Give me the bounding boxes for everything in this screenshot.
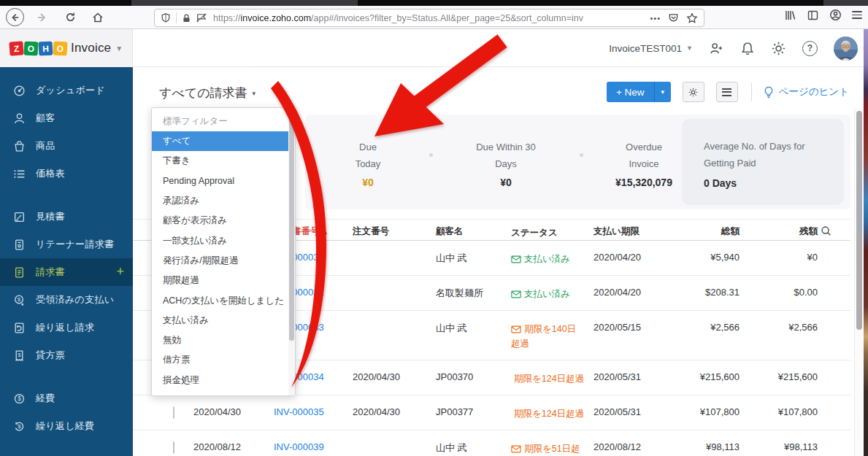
dropdown-scrollbar-thumb[interactable] <box>289 110 294 341</box>
envelope-icon <box>511 255 521 263</box>
stat-card: Due Within 30Days ¥0 <box>431 115 581 209</box>
col-header-customer[interactable]: 顧客名 <box>436 220 511 238</box>
url-bar[interactable]: https://invoice.zoho.com/app#/invoices?f… <box>154 9 704 27</box>
pocket-icon[interactable] <box>668 12 679 23</box>
view-toggle-button[interactable] <box>716 82 738 102</box>
filter-caret-icon[interactable]: ▾ <box>253 90 256 97</box>
row-checkbox[interactable] <box>173 441 174 454</box>
sidebar-item[interactable]: $ 受領済みの支払い <box>0 286 133 314</box>
sidebar-item[interactable]: $ 経費 <box>0 384 133 412</box>
sidebar-item[interactable]: 商品 <box>0 132 133 160</box>
url-more-icon[interactable]: ••• <box>650 14 661 23</box>
cell-due-date: 2020/05/15 <box>594 311 661 341</box>
col-header-order-number[interactable]: 注文番号 <box>353 220 436 238</box>
cell-invoice-number-link[interactable]: INV-000035 <box>274 395 353 426</box>
home-button[interactable] <box>88 7 108 28</box>
dashboard-icon <box>13 85 26 97</box>
filter-menu-item[interactable]: ACHの支払いを開始しました <box>152 290 295 310</box>
list-view-icon <box>722 88 731 96</box>
filter-menu-item[interactable]: 支払い済み <box>152 311 295 331</box>
sidebars-icon[interactable] <box>807 9 819 21</box>
stat-card: Average No. of Days forGetting Paid 0 Da… <box>682 119 844 205</box>
expenses-icon: $ <box>13 393 26 405</box>
cell-invoice-number-link[interactable]: INV-000039 <box>274 430 353 456</box>
invite-users-icon[interactable] <box>709 41 724 55</box>
chevron-down-icon: ▼ <box>686 45 693 52</box>
row-checkbox[interactable] <box>173 406 174 419</box>
filter-menu-item[interactable]: 発行済み/期限超過 <box>152 251 295 271</box>
cell-due-date: 2020/05/31 <box>594 395 661 426</box>
sidebar-item[interactable]: ダッシュボード <box>0 77 133 104</box>
sidebar-item[interactable]: $ 繰り返し経費 <box>0 412 133 440</box>
zoho-logo[interactable]: Z O H O Invoice ▼ <box>0 29 133 67</box>
cell-customer: 名取製麺所 <box>436 276 511 309</box>
sidebar-item[interactable]: 繰り返し請求 <box>0 314 133 341</box>
filter-menu-item[interactable]: 無効 <box>152 331 295 350</box>
filter-menu-item[interactable]: 顧客が表示済み <box>152 211 295 231</box>
col-header-status[interactable]: ステータス <box>511 220 594 240</box>
sidebar-item[interactable]: 見積書 <box>0 203 133 231</box>
menu-icon[interactable] <box>852 11 862 19</box>
url-text[interactable]: https://invoice.zoho.com/app#/invoices?f… <box>213 13 645 23</box>
filter-menu-item[interactable]: 期限超過 <box>152 271 295 290</box>
account-icon[interactable] <box>829 9 842 21</box>
browser-active-tab[interactable] <box>131 0 358 6</box>
filter-menu-item[interactable]: すべて <box>152 131 295 151</box>
help-icon[interactable]: ? <box>802 41 818 56</box>
dropdown-scrollbar[interactable] <box>288 108 295 395</box>
page-tips-link[interactable]: ページのヒント <box>764 85 849 98</box>
new-invoice-plus-icon[interactable]: + <box>116 264 124 279</box>
cell-order-number <box>353 430 436 450</box>
permissions-blocked-icon[interactable] <box>196 13 207 23</box>
cell-status: 支払い済み <box>511 276 594 310</box>
user-avatar[interactable] <box>834 36 858 61</box>
list-settings-button[interactable] <box>683 82 704 102</box>
col-header-total[interactable]: 総額 <box>661 220 740 238</box>
library-icon[interactable] <box>784 9 796 21</box>
org-selector[interactable]: InvoiceTEST001 ▼ <box>609 43 693 54</box>
lock-icon[interactable] <box>182 13 191 23</box>
browser-toolbar: https://invoice.zoho.com/app#/invoices?f… <box>0 6 868 29</box>
cell-status: 支払い済み <box>511 241 594 275</box>
filter-dropdown-list: すべて 下書き Pending Approval 承認済み 顧客が表示済み 一部… <box>152 131 295 390</box>
svg-text:$: $ <box>18 296 21 303</box>
forward-icon <box>37 12 48 23</box>
invoice-row[interactable]: 2020/08/12 INV-000039 山中 武 期限を51日超過 2020… <box>133 430 850 456</box>
filter-menu-item[interactable]: 下書き <box>152 151 295 171</box>
sidebar-item[interactable]: $ 貸方票 <box>0 341 133 369</box>
cell-total: ¥5,940 <box>661 241 740 271</box>
settings-gear-icon[interactable] <box>771 41 786 56</box>
filter-menu-item[interactable]: 承認済み <box>152 191 295 211</box>
cell-due-date: 2020/08/12 <box>594 430 661 456</box>
col-header-due-date[interactable]: 支払い期限 <box>594 220 661 238</box>
reload-button[interactable] <box>60 7 80 28</box>
page-scrollbar-thumb[interactable] <box>856 111 862 330</box>
cell-customer: 山中 武 <box>436 311 511 344</box>
col-header-balance[interactable]: 残額 <box>740 220 818 238</box>
notifications-bell-icon[interactable] <box>740 41 755 56</box>
filter-menu-item[interactable]: 損金処理 <box>152 371 295 390</box>
new-button-caret[interactable]: ▼ <box>654 82 671 102</box>
sidebar-item[interactable]: 請求書 + <box>0 258 133 286</box>
sidebar-item[interactable]: リテーナー請求書 <box>0 231 133 258</box>
page-scrollbar[interactable] <box>854 108 863 456</box>
cell-status: 期限を124日超過 <box>511 395 594 430</box>
cell-total: ¥98,113 <box>661 430 740 456</box>
forward-button[interactable] <box>32 7 53 28</box>
bookmark-star-icon[interactable] <box>686 12 698 24</box>
invoice-row[interactable]: 2020/04/30 INV-000035 2020/04/30 JP00377… <box>133 395 850 430</box>
cell-status: 期限を124日超過 <box>511 360 594 395</box>
cell-date: 2020/04/30 <box>193 395 274 426</box>
cell-customer: 山中 武 <box>436 241 511 274</box>
table-search-button[interactable] <box>818 220 850 239</box>
sidebar-item[interactable]: 価格表 <box>0 160 133 188</box>
back-button[interactable] <box>4 7 25 28</box>
stat-label: Due Within 30Days <box>431 139 581 172</box>
new-button[interactable]: + New <box>607 82 654 102</box>
filter-menu-item[interactable]: Pending Approval <box>152 171 295 191</box>
filter-menu-item[interactable]: 借方票 <box>152 350 295 370</box>
sidebar-item[interactable]: 顧客 <box>0 104 133 132</box>
filter-menu-item[interactable]: 一部支払い済み <box>152 231 295 250</box>
shield-icon[interactable] <box>161 12 171 23</box>
chevron-down-icon[interactable]: ▼ <box>115 45 123 53</box>
